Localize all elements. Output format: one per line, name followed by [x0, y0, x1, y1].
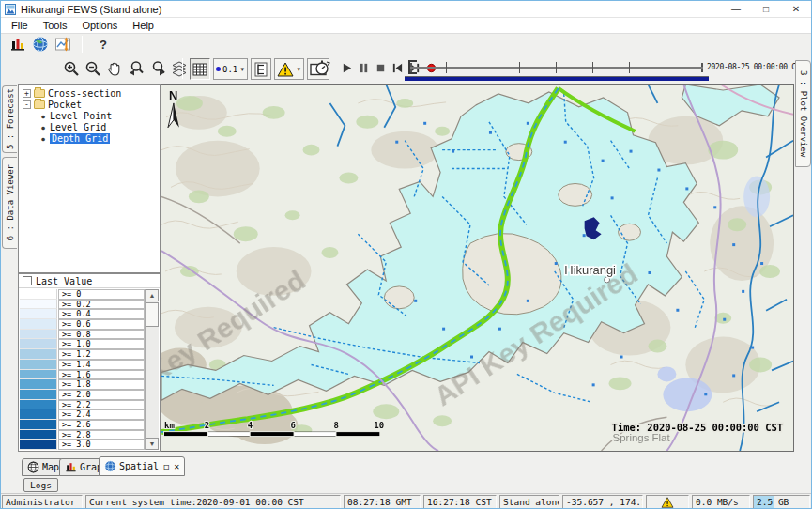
- tree-leaf-depth-grid[interactable]: ● Depth Grid: [19, 132, 160, 144]
- legend-row[interactable]: >= 2.2: [20, 400, 145, 410]
- legend-threshold-label: >= 2.4: [58, 409, 145, 420]
- legend-scrollbar[interactable]: ▲ ▼: [145, 289, 159, 450]
- legend-threshold-label: >= 0.6: [58, 319, 145, 330]
- status-memory-gauge[interactable]: 2.5 GB: [753, 495, 810, 509]
- scale-unit: km: [164, 421, 175, 430]
- sidebar-tab-label: 3 : Plot Overview: [799, 70, 808, 157]
- legend-row[interactable]: >= 3.0: [20, 440, 145, 450]
- legend-row[interactable]: >= 1.6: [20, 370, 145, 380]
- menu-help[interactable]: Help: [125, 20, 161, 31]
- scrollbar-thumb[interactable]: [146, 302, 159, 327]
- legend-threshold-label: >= 0.8: [58, 330, 145, 340]
- status-gmt-time: 08:27:18 GMT: [344, 495, 421, 509]
- close-button[interactable]: ✕: [781, 1, 811, 17]
- menu-options[interactable]: Options: [74, 20, 125, 31]
- status-warning[interactable]: [646, 495, 689, 509]
- menu-tools[interactable]: Tools: [36, 20, 75, 31]
- legend-color-swatch: [20, 390, 57, 400]
- scale-tick: 10: [374, 421, 384, 430]
- folder-icon: [34, 100, 45, 109]
- legend-threshold-label: >= 2.2: [58, 400, 145, 410]
- pause-icon[interactable]: [355, 60, 372, 75]
- logs-button[interactable]: Logs: [23, 478, 58, 492]
- legend-color-swatch: [20, 440, 57, 450]
- tab-close-icon[interactable]: ✕: [174, 461, 179, 471]
- zoom-previous-icon[interactable]: [126, 59, 146, 78]
- minimize-button[interactable]: —: [721, 1, 751, 17]
- legend-row[interactable]: >= 1.2: [20, 349, 145, 360]
- legend-row[interactable]: >= 0.4: [20, 309, 145, 319]
- tab-float-icon[interactable]: ◻: [163, 461, 169, 471]
- zoom-next-icon[interactable]: [147, 59, 168, 78]
- sidebar-tab-label: 6 : Data Viewer: [6, 164, 15, 240]
- sidebar-tab-data-viewer[interactable]: 6 : Data Viewer: [2, 157, 17, 249]
- grid-display-button[interactable]: [190, 58, 210, 80]
- legend-threshold-label: >= 2.6: [58, 420, 145, 430]
- last-value-checkbox[interactable]: [23, 276, 32, 285]
- map-toolbar: 0.1 ▼ ▼: [1, 54, 811, 84]
- play-icon[interactable]: [338, 60, 355, 75]
- sidebar-tab-plot-overview[interactable]: 3 : Plot Overview: [795, 60, 811, 167]
- status-coordinates: -35.657 , 174.199: [562, 495, 643, 509]
- tree-node-label: Cross-section: [48, 88, 121, 99]
- maximize-button[interactable]: □: [751, 1, 781, 17]
- profile-scale-button[interactable]: [251, 58, 271, 80]
- legend-row[interactable]: >= 2.6: [20, 420, 145, 430]
- timeline-datetime: 2020-08-25 00:00:00 CST: [707, 63, 804, 71]
- timer-icon[interactable]: [314, 60, 330, 75]
- tab-label: Spatial: [119, 461, 159, 471]
- legend-row[interactable]: >= 0.6: [20, 319, 145, 330]
- slider-handle[interactable]: [408, 60, 417, 74]
- status-user: Administrator: [2, 495, 83, 509]
- legend-row[interactable]: >= 1.4: [20, 360, 145, 370]
- layers-icon[interactable]: [169, 59, 190, 78]
- time-slider[interactable]: [410, 58, 703, 83]
- legend-row[interactable]: >= 2.0: [20, 390, 145, 400]
- threshold-dropdown[interactable]: 0.1 ▼: [213, 58, 248, 80]
- map-canvas[interactable]: API Key Required API Key Required Hikura…: [161, 85, 793, 451]
- legend-row[interactable]: >= 2.8: [20, 430, 145, 440]
- legend-row[interactable]: >= 1.8: [20, 379, 145, 390]
- legend-row[interactable]: >= 1.0: [20, 339, 145, 349]
- legend-color-swatch: [20, 349, 57, 360]
- menu-file[interactable]: File: [4, 20, 36, 31]
- folder-icon: [34, 89, 45, 98]
- zoom-in-icon[interactable]: [61, 59, 82, 78]
- slider-tick: [519, 62, 520, 73]
- tree-node-cross-section[interactable]: + Cross-section: [19, 87, 160, 99]
- sidebar-tab-forecast[interactable]: 5 : Forecast: [2, 85, 17, 153]
- bullet-icon: ●: [39, 113, 47, 119]
- collapse-icon[interactable]: -: [23, 100, 31, 109]
- tree-node-label: Pocket: [48, 100, 82, 110]
- help-icon[interactable]: ?: [100, 38, 107, 52]
- zoom-out-icon[interactable]: [83, 59, 103, 78]
- warning-dropdown[interactable]: ▼: [274, 58, 304, 80]
- bullet-icon: ●: [39, 135, 47, 142]
- globe-icon[interactable]: [29, 35, 52, 54]
- legend-row[interactable]: >= 2.4: [20, 409, 145, 420]
- legend-row[interactable]: >= 0.2: [20, 300, 145, 310]
- map-nav-tools: [61, 59, 211, 78]
- expand-icon[interactable]: +: [23, 89, 31, 98]
- legend-color-swatch: [20, 330, 57, 340]
- legend-row[interactable]: >= 0: [20, 289, 145, 300]
- north-label: N: [169, 88, 177, 102]
- slider-tick: [556, 62, 557, 73]
- bar-chart-icon[interactable]: [7, 35, 29, 54]
- tab-spatial[interactable]: Spatial ◻ ✕: [99, 456, 185, 476]
- step-back-icon[interactable]: [389, 60, 406, 75]
- stop-icon[interactable]: [372, 60, 389, 75]
- legend-header: Last Value: [19, 274, 160, 288]
- scroll-down-icon[interactable]: ▼: [146, 438, 159, 450]
- tree-node-pocket[interactable]: - Pocket: [19, 99, 160, 110]
- tree-leaf-level-point[interactable]: ● Level Point: [19, 110, 160, 121]
- tree-leaf-level-grid[interactable]: ● Level Grid: [19, 121, 160, 132]
- legend-rows: >= 0>= 0.2>= 0.4>= 0.6>= 0.8>= 1.0>= 1.2…: [20, 289, 145, 450]
- slider-tick: [629, 62, 630, 73]
- scroll-up-icon[interactable]: ▲: [146, 289, 159, 301]
- status-mode: Stand alone: [499, 495, 559, 509]
- profile-graph-icon[interactable]: [52, 35, 74, 54]
- pan-hand-icon[interactable]: [104, 59, 125, 78]
- legend-row[interactable]: >= 0.8: [20, 330, 145, 340]
- legend-color-swatch: [20, 300, 57, 310]
